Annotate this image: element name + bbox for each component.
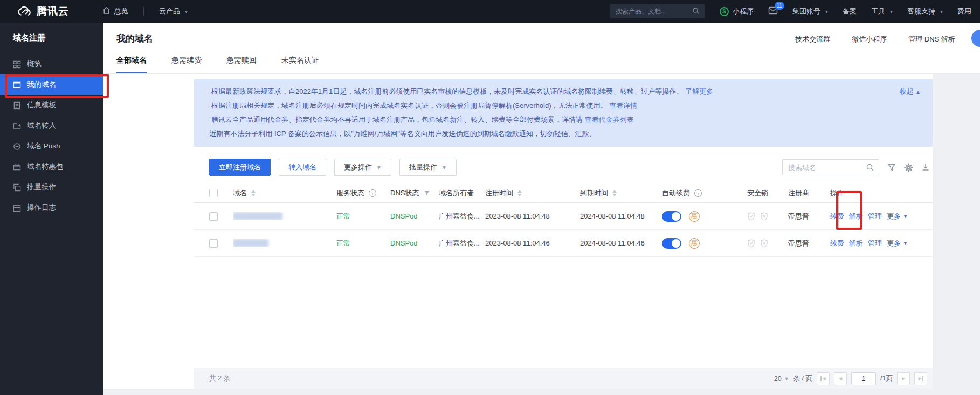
nav-products-menu[interactable]: 云产品 ▾ [159, 6, 188, 16]
first-page-button[interactable]: ◀ [817, 372, 830, 385]
tabs: 全部域名 急需续费 急需赎回 未实名认证 [116, 56, 319, 73]
register-time: 2023-08-08 11:04:46 [485, 239, 550, 247]
transfer-in-icon [13, 122, 21, 130]
window-icon [13, 81, 21, 89]
link-voucher-list[interactable]: 查看代金券列表 [585, 115, 634, 124]
register-domain-button[interactable]: 立即注册域名 [209, 159, 271, 176]
dns-status-link[interactable]: DNSPod [390, 239, 418, 247]
collapse-notice-button[interactable]: 收起 ▲ [899, 85, 921, 99]
tencent-cloud-console: 腾讯云 总览 云产品 ▾ 搜索产品、文档... [0, 0, 980, 395]
status-badge: 正常 [336, 212, 350, 221]
more-actions-button[interactable]: 更多操作 ▼ [334, 159, 391, 176]
page-size-select[interactable]: 20 ▼ [774, 375, 789, 383]
tab-not-verified[interactable]: 未实名认证 [281, 56, 319, 73]
row-checkbox[interactable] [209, 212, 218, 221]
domains-table: 域名 服务状态 i DNS状态 [194, 183, 933, 257]
sort-icon[interactable] [612, 190, 617, 196]
select-all-checkbox[interactable] [209, 189, 218, 198]
transfer-domain-button[interactable]: 转入域名 [279, 159, 326, 176]
discount-badge: 惠 [689, 211, 700, 222]
manage-link[interactable]: 管理 [868, 239, 882, 248]
filter-icon[interactable] [887, 163, 896, 172]
row-checkbox[interactable] [209, 239, 218, 248]
main-header: 我的域名 技术交流群 微信小程序 管理 DNS 解析 全部域名 急需续费 急需赎… [103, 23, 980, 74]
renew-link[interactable]: 续费 [830, 212, 844, 221]
brand-name: 腾讯云 [37, 4, 69, 18]
tab-redeem-urgent[interactable]: 急需赎回 [226, 56, 257, 73]
link-tech-group[interactable]: 技术交流群 [795, 35, 830, 44]
registrar-name: 帝思普 [788, 212, 809, 221]
domain-search-input[interactable] [783, 160, 879, 175]
sort-icon[interactable] [517, 190, 522, 196]
redacted-domain-name [233, 239, 268, 247]
prev-page-button[interactable]: ◀ [834, 372, 847, 385]
tab-renew-urgent[interactable]: 急需续费 [171, 56, 202, 73]
batch-actions-button[interactable]: 批量操作 ▼ [399, 159, 457, 176]
chevron-down-icon: ▼ [376, 165, 382, 171]
dns-resolve-link[interactable]: 解析 [849, 212, 863, 221]
link-learn-more[interactable]: 了解更多 [685, 87, 713, 96]
shield-check-icon [747, 212, 755, 221]
table-row: 正常 DNSPod 广州嘉益食... 2023-08-08 11:04:48 2… [194, 203, 933, 230]
total-count: 共 2 条 [194, 374, 230, 383]
search-icon[interactable] [866, 163, 874, 174]
download-icon[interactable] [921, 163, 930, 172]
sidebar-item-info-template[interactable]: 信息模板 [0, 95, 103, 115]
sidebar-item-batch-operations[interactable]: 批量操作 [0, 177, 103, 198]
sidebar-item-domain-push[interactable]: 域名 Push [0, 136, 103, 156]
info-icon[interactable]: i [369, 189, 376, 197]
filter-icon[interactable] [424, 190, 430, 196]
expire-time: 2024-08-08 11:04:48 [580, 212, 645, 220]
sort-icon[interactable] [251, 190, 256, 196]
chevron-down-icon: ▼ [784, 376, 789, 382]
manage-link[interactable]: 管理 [868, 212, 882, 221]
auto-renew-toggle[interactable] [662, 211, 681, 222]
link-wechat-mini-program[interactable]: 微信小程序 [852, 35, 887, 44]
nav-tools[interactable]: 工具 ▾ [871, 6, 893, 16]
table-row: 正常 DNSPod 广州嘉益食... 2023-08-08 11:04:46 2… [194, 230, 933, 257]
redacted-domain-name [233, 212, 282, 220]
notice-banner: - 根据最新政策法规要求，自2022年1月1日起，域名注册前必须使用已实名审核的… [194, 79, 933, 147]
content-area: - 根据最新政策法规要求，自2022年1月1日起，域名注册前必须使用已实名审核的… [103, 74, 980, 395]
more-link[interactable]: 更多 ▼ [887, 212, 908, 221]
navbar-right: 搜索产品、文档... S 小程序 11 [610, 4, 980, 18]
link-manage-dns[interactable]: 管理 DNS 解析 [908, 35, 955, 44]
sidebar: 域名注册 概览 我的域名 信息模板 [0, 23, 103, 395]
last-page-button[interactable]: ▶ [914, 372, 927, 385]
shield-lock-icon [760, 212, 768, 221]
more-link[interactable]: 更多 ▼ [887, 239, 908, 248]
nav-support[interactable]: 客服支持 ▾ [907, 6, 943, 16]
sidebar-item-special-package[interactable]: 域名特惠包 [0, 156, 103, 177]
nav-mini-program[interactable]: S 小程序 [720, 6, 754, 16]
nav-overview[interactable]: 总览 [102, 6, 128, 16]
next-page-button[interactable]: ▶ [897, 372, 910, 385]
notice-line: - 根据注册局相关规定，域名注册后必须在规定时间内完成域名实名认证，否则会被注册… [207, 99, 884, 113]
dns-status-link[interactable]: DNSPod [390, 212, 418, 220]
mini-program-icon: S [720, 7, 729, 16]
gear-icon[interactable] [904, 163, 913, 172]
push-icon [13, 142, 21, 151]
document-icon [13, 101, 21, 110]
chevron-down-icon: ▼ [903, 214, 908, 219]
global-search-input[interactable]: 搜索产品、文档... [610, 4, 705, 18]
link-view-details[interactable]: 查看详情 [609, 101, 637, 110]
sidebar-item-my-domains[interactable]: 我的域名 [0, 74, 103, 95]
pagination: 20 ▼ 条 / 页 ◀ ◀ /1页 ▶ ▶ [774, 372, 933, 385]
info-icon[interactable]: i [694, 189, 702, 197]
renew-link[interactable]: 续费 [830, 239, 844, 248]
sidebar-item-transfer-in[interactable]: 域名转入 [0, 115, 103, 136]
auto-renew-toggle[interactable] [662, 238, 681, 249]
tab-all-domains[interactable]: 全部域名 [116, 56, 147, 73]
nav-group-account[interactable]: 集团账号 ▾ [792, 6, 828, 16]
nav-fee[interactable]: 费用 [957, 6, 971, 16]
nav-beian[interactable]: 备案 [843, 6, 857, 16]
layers-icon [13, 183, 21, 192]
chevron-down-icon: ▾ [825, 9, 828, 15]
tencent-cloud-logo[interactable]: 腾讯云 [0, 4, 69, 18]
sidebar-item-overview[interactable]: 概览 [0, 54, 103, 74]
nav-messages[interactable]: 11 [768, 6, 778, 16]
right-gutter [933, 74, 980, 395]
page-number-input[interactable] [851, 372, 876, 385]
dns-resolve-link[interactable]: 解析 [849, 239, 863, 248]
sidebar-item-operation-logs[interactable]: 操作日志 [0, 198, 103, 218]
